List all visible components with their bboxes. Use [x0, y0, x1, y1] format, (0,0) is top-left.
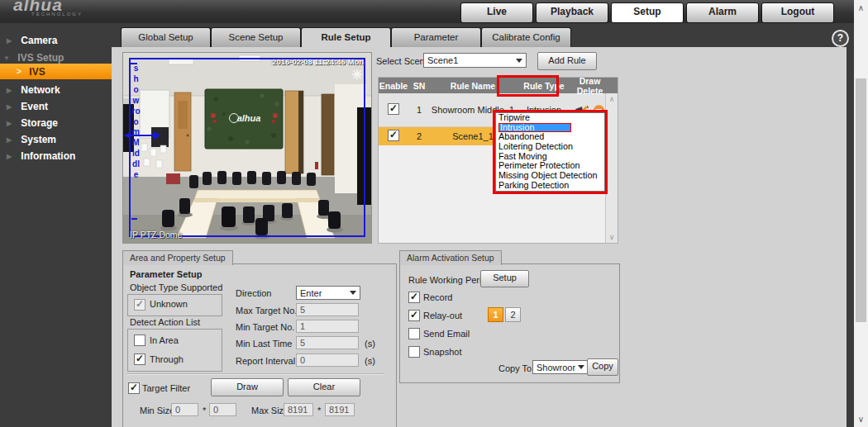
- relay-out-checkbox[interactable]: [408, 310, 420, 321]
- divider: [126, 373, 384, 375]
- column-header-sn: SN: [408, 81, 430, 91]
- detect-action-box: In Area Through: [127, 329, 222, 372]
- record-checkbox[interactable]: [408, 292, 420, 303]
- object-type-label: Object Type Supported: [130, 282, 222, 292]
- nav-logout-button[interactable]: Logout: [761, 2, 834, 23]
- copy-to-select[interactable]: Showroor: [532, 360, 589, 374]
- chevron-down-icon: [350, 291, 356, 295]
- clear-button[interactable]: Clear: [288, 378, 360, 396]
- min-size-width-input[interactable]: 0: [171, 403, 198, 416]
- in-area-checkbox[interactable]: [134, 334, 145, 346]
- room-scene: alhua: [123, 53, 371, 243]
- direction-select[interactable]: Enter: [296, 286, 360, 300]
- sidebar-item-storage[interactable]: ▶ Storage: [0, 116, 112, 130]
- rule-sn: 2: [408, 131, 430, 141]
- seconds-unit: (s): [365, 356, 375, 366]
- area-property-setup-tab: Area and Property Setup: [122, 250, 233, 265]
- video-timestamp: 2016-02-08 11:24:46 Mon: [272, 57, 364, 66]
- tab-parameter[interactable]: Parameter: [391, 27, 481, 48]
- unknown-label: Unknown: [150, 299, 188, 309]
- target-filter-checkbox[interactable]: [128, 382, 140, 394]
- send-email-label: Send Email: [423, 329, 470, 339]
- chevron-down-icon[interactable]: ∨: [854, 415, 868, 424]
- snapshot-checkbox[interactable]: [408, 346, 420, 358]
- min-target-input[interactable]: 1: [296, 320, 359, 333]
- rule-enable-checkbox[interactable]: [388, 130, 399, 141]
- sidebar-item-label: Information: [21, 150, 75, 162]
- sidebar-item-ivs[interactable]: > IVS: [0, 64, 112, 79]
- dropdown-option[interactable]: Tripwire: [496, 113, 604, 123]
- sidebar-item-label: IVS: [29, 66, 45, 78]
- scene-select[interactable]: Scene1: [423, 53, 527, 68]
- relay-output-1-button[interactable]: 1: [488, 307, 503, 322]
- copy-to-label: Copy To: [498, 363, 532, 373]
- browser-scrollbar[interactable]: ∧ ∨: [854, 0, 868, 427]
- direction-label: Direction: [236, 288, 271, 298]
- relay-output-2-button[interactable]: 2: [505, 307, 521, 322]
- triangle-right-icon: ▶: [7, 100, 18, 115]
- chevron-down-icon: [578, 365, 584, 369]
- scene-select-value: Scene1: [427, 55, 458, 65]
- rule-enable-checkbox[interactable]: [388, 103, 399, 115]
- times-symbol: *: [203, 406, 206, 415]
- sidebar-item-label: IVS Setup: [17, 52, 64, 64]
- help-button[interactable]: ?: [832, 30, 849, 47]
- max-target-input[interactable]: 5: [296, 303, 359, 316]
- sidebar-item-event[interactable]: ▶ Event: [0, 99, 112, 114]
- report-interval-input[interactable]: 0: [296, 353, 359, 367]
- tab-scene-setup[interactable]: Scene Setup: [211, 27, 301, 48]
- min-size-height-input[interactable]: 0: [209, 403, 236, 416]
- sidebar: ▶ Camera ▼ IVS Setup > IVS ▶ Network ▶ E…: [0, 23, 112, 427]
- min-last-time-input[interactable]: 5: [296, 336, 359, 349]
- nav-live-button[interactable]: Live: [460, 2, 533, 23]
- sidebar-item-label: Storage: [21, 117, 58, 129]
- through-checkbox[interactable]: [134, 353, 145, 365]
- triangle-right-icon: ▶: [7, 149, 18, 164]
- min-last-time-label: Min Last Time: [236, 339, 292, 349]
- unknown-checkbox[interactable]: [134, 299, 145, 311]
- sidebar-item-label: System: [21, 134, 56, 145]
- relay-out-label: Relay-out: [423, 311, 462, 320]
- times-symbol: *: [317, 406, 321, 415]
- dropdown-option[interactable]: Loitering Detection: [496, 142, 604, 152]
- nav-alarm-button[interactable]: Alarm: [686, 2, 759, 23]
- sidebar-item-label: Event: [21, 101, 48, 112]
- target-filter-label: Target Filter: [142, 383, 190, 393]
- copy-button[interactable]: Copy: [587, 358, 618, 376]
- sidebar-item-system[interactable]: ▶ System: [0, 132, 112, 147]
- tab-global-setup[interactable]: Global Setup: [121, 27, 211, 48]
- copy-to-value: Showroor: [537, 363, 575, 372]
- nav-playback-button[interactable]: Playback: [536, 2, 608, 23]
- camera-video-frame[interactable]: alhua: [122, 52, 372, 244]
- send-email-checkbox[interactable]: [408, 328, 420, 339]
- nav-setup-button[interactable]: Setup: [611, 2, 684, 23]
- alarm-activation-setup-tab: Alarm Activation Setup: [399, 250, 502, 265]
- max-size-width-input[interactable]: 8191: [284, 403, 313, 416]
- tab-calibrate-config[interactable]: Calibrate Config: [481, 27, 571, 48]
- dahua-watermark-icon: [351, 69, 363, 80]
- draw-button[interactable]: Draw: [211, 378, 284, 396]
- sidebar-item-network[interactable]: ▶ Network: [0, 83, 112, 97]
- chevron-up-icon[interactable]: ∧: [606, 95, 618, 103]
- setup-button[interactable]: Setup: [480, 270, 529, 287]
- max-target-label: Max Target No.: [236, 306, 297, 316]
- logo-subtext: TECHNOLOGY: [31, 12, 83, 17]
- sidebar-item-camera[interactable]: ▶ Camera: [0, 33, 112, 48]
- dahua-logo: alhua TECHNOLOGY: [13, 0, 83, 17]
- rule-type-dropdown[interactable]: Tripwire Intrusion Abandoned Loitering D…: [493, 110, 608, 194]
- alarm-activation-setup-panel: Rule Working Period Setup Record Relay-o…: [399, 263, 620, 383]
- area-property-setup-panel: Parameter Setup Object Type Supported Un…: [122, 263, 397, 427]
- chevron-down-icon[interactable]: ∨: [606, 233, 618, 241]
- dropdown-option[interactable]: Parking Detection: [496, 181, 604, 191]
- max-size-height-input[interactable]: 8191: [325, 403, 355, 416]
- tab-rule-setup[interactable]: Rule Setup: [301, 27, 391, 48]
- chevron-down-icon: [516, 59, 522, 63]
- object-type-box: Unknown: [127, 294, 222, 316]
- sidebar-item-information[interactable]: ▶ Information: [0, 149, 112, 164]
- scrollbar-thumb[interactable]: [856, 78, 866, 322]
- chevron-up-icon[interactable]: ∧: [854, 3, 868, 12]
- camera-name-label: IP PTZ Dome: [130, 230, 182, 240]
- add-rule-button[interactable]: Add Rule: [537, 52, 597, 70]
- sidebar-item-label: Camera: [21, 35, 57, 46]
- seconds-unit: (s): [365, 339, 375, 349]
